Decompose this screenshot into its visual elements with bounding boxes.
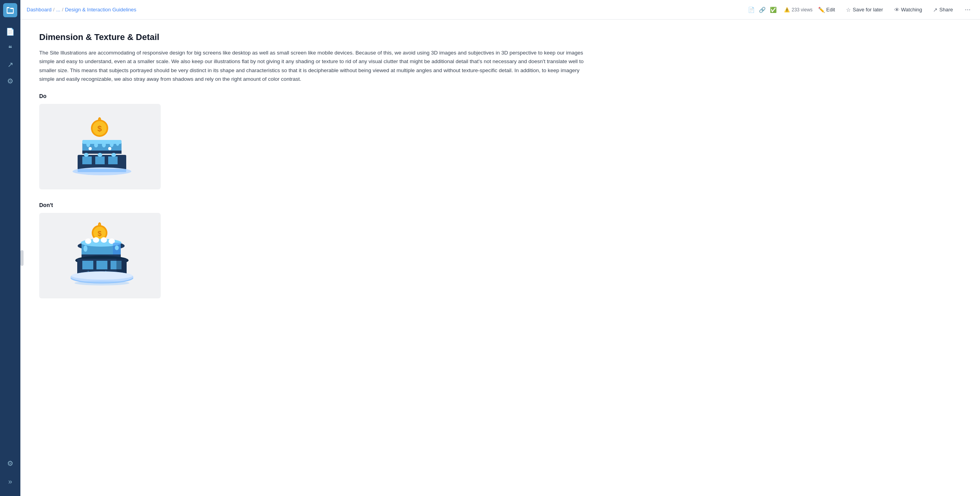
warning-icon: ⚠️ xyxy=(784,7,790,13)
breadcrumb-ellipsis[interactable]: ... xyxy=(56,7,60,13)
sidebar-settings-icon[interactable]: ⚙ xyxy=(3,456,17,471)
content-area: Dimension & Texture & Detail The Site Il… xyxy=(20,20,980,496)
sidebar-icon-document[interactable]: 📄 xyxy=(3,25,17,39)
svg-point-8 xyxy=(86,141,90,147)
svg-point-10 xyxy=(102,142,106,147)
topbar-icons: 📄 🔗 ✅ xyxy=(746,5,778,15)
svg-point-12 xyxy=(116,141,119,146)
svg-text:$: $ xyxy=(97,124,102,133)
svg-point-40 xyxy=(115,245,119,250)
views-count: 233 views xyxy=(791,7,812,13)
do-label: Do xyxy=(39,93,961,99)
save-label: Save for later xyxy=(853,7,883,13)
watching-button[interactable]: 👁 Watching xyxy=(892,5,925,15)
svg-rect-44 xyxy=(82,261,93,269)
svg-point-34 xyxy=(85,238,91,244)
svg-point-20 xyxy=(84,153,89,157)
watching-label: Watching xyxy=(901,7,922,13)
star-icon: ☆ xyxy=(846,7,851,13)
views-badge: ⚠️ 233 views xyxy=(784,7,812,13)
share-button[interactable]: ↗ Share xyxy=(931,5,955,15)
breadcrumb-dashboard[interactable]: Dashboard xyxy=(27,7,52,13)
eye-icon: 👁 xyxy=(894,7,900,13)
more-button[interactable]: ··· xyxy=(962,4,974,15)
edit-button[interactable]: ✏️ Edit xyxy=(816,5,837,15)
sidebar-icon-quote[interactable]: ❝ xyxy=(3,41,17,55)
svg-rect-18 xyxy=(95,156,105,164)
save-for-later-button[interactable]: ☆ Save for later xyxy=(844,5,885,15)
breadcrumb-current: Design & Interaction Guidelines xyxy=(65,7,136,13)
svg-point-35 xyxy=(93,237,99,243)
sidebar-icon-data[interactable]: ⚙ xyxy=(3,74,17,88)
do-cake-illustration: $ xyxy=(59,109,141,184)
svg-rect-15 xyxy=(82,151,122,154)
breadcrumb-sep1: / xyxy=(53,7,55,13)
topbar-actions: ✏️ Edit ☆ Save for later 👁 Watching ↗ Sh… xyxy=(816,4,974,15)
page-body: The Site Illustrations are accommodating… xyxy=(39,49,588,84)
topbar: Dashboard / ... / Design & Interaction G… xyxy=(20,0,980,20)
sidebar: 📄 ❝ ↗ ⚙ ⚙ » xyxy=(0,0,20,496)
edit-icon: ✏️ xyxy=(818,7,825,13)
dont-label: Don't xyxy=(39,202,961,208)
app-logo[interactable] xyxy=(3,3,17,17)
resize-handle[interactable] xyxy=(20,250,24,266)
dont-section: Don't $ xyxy=(39,202,961,298)
do-section: Do $ xyxy=(39,93,961,189)
share-icon: ↗ xyxy=(933,7,938,13)
breadcrumb-sep2: / xyxy=(62,7,64,13)
edit-label: Edit xyxy=(826,7,835,13)
svg-point-14 xyxy=(108,147,111,150)
svg-point-9 xyxy=(94,143,98,147)
sidebar-expand-icon[interactable]: » xyxy=(3,474,17,489)
sidebar-icon-export[interactable]: ↗ xyxy=(3,58,17,72)
icon-check[interactable]: ✅ xyxy=(768,5,778,15)
svg-point-22 xyxy=(111,153,116,157)
do-image-box: $ xyxy=(39,104,161,189)
main-area: Dashboard / ... / Design & Interaction G… xyxy=(20,0,980,496)
svg-rect-17 xyxy=(82,156,92,164)
svg-point-11 xyxy=(110,141,114,147)
svg-point-55 xyxy=(74,281,129,285)
svg-point-47 xyxy=(88,271,89,272)
share-label: Share xyxy=(939,7,953,13)
dont-cake-illustration: $ xyxy=(59,216,141,295)
svg-point-21 xyxy=(98,153,102,157)
svg-point-54 xyxy=(71,272,132,280)
breadcrumb: Dashboard / ... / Design & Interaction G… xyxy=(27,7,743,13)
svg-point-36 xyxy=(101,237,107,243)
svg-rect-24 xyxy=(78,169,126,172)
page-title: Dimension & Texture & Detail xyxy=(39,32,961,42)
svg-point-39 xyxy=(83,245,87,252)
icon-link[interactable]: 🔗 xyxy=(757,5,767,15)
svg-rect-19 xyxy=(108,156,118,164)
icon-page[interactable]: 📄 xyxy=(746,5,756,15)
svg-point-13 xyxy=(89,147,92,150)
svg-text:$: $ xyxy=(98,230,102,238)
dont-image-box: $ xyxy=(39,213,161,298)
svg-rect-45 xyxy=(96,261,107,269)
